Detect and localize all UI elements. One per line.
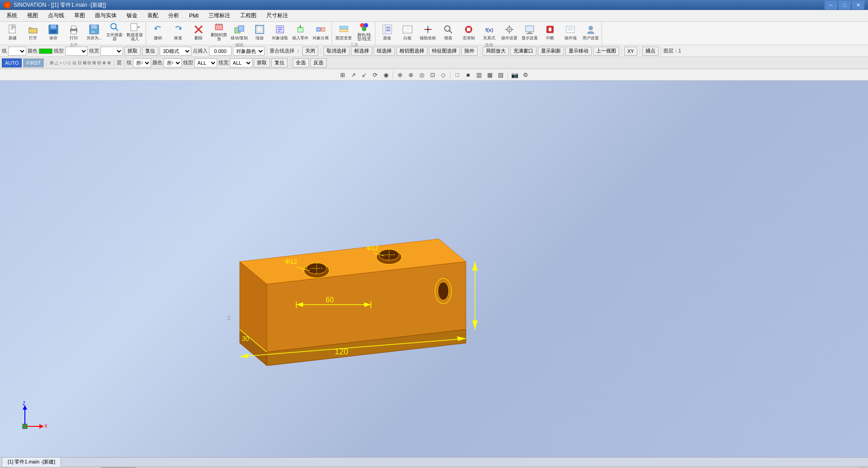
snap-grid-icon[interactable]: ⊕ xyxy=(395,70,405,80)
menu-face-solid[interactable]: 面与实体 xyxy=(90,11,121,21)
data-import-button[interactable]: 数据直接读入 xyxy=(125,22,145,42)
display-settings-button[interactable]: 显示设置 xyxy=(520,22,540,42)
related-select-btn[interactable]: 相切图选择 xyxy=(396,47,427,56)
print-button[interactable]: 打印 xyxy=(64,22,84,42)
fill-btn[interactable]: 充满窗口 xyxy=(510,47,536,56)
t3-color-select[interactable]: 所有 xyxy=(164,58,182,67)
snap-quad-icon[interactable]: ◇ xyxy=(438,70,448,80)
combined-select-btn[interactable]: 关闭 xyxy=(302,47,318,56)
color-linetype-button[interactable]: 颜色/线型/线宽 xyxy=(354,22,374,42)
maximize-button[interactable]: □ xyxy=(838,0,851,10)
group-select-btn[interactable]: 组选择 xyxy=(374,47,395,56)
camera-icon[interactable]: 📷 xyxy=(510,70,520,80)
show-move-btn[interactable]: 显示移动 xyxy=(565,47,592,56)
view-iso3-icon[interactable]: ▨ xyxy=(496,70,506,80)
prev-view-btn[interactable]: 上一视图 xyxy=(593,47,619,56)
menu-points-lines[interactable]: 点与线 xyxy=(43,11,69,21)
print-icon xyxy=(67,23,80,36)
menu-sheetmetal[interactable]: 钣金 xyxy=(122,11,142,21)
close-button[interactable]: ✕ xyxy=(852,0,864,10)
view-shade-icon[interactable]: ◉ xyxy=(381,70,391,80)
feature-select-btn[interactable]: 特征图选择 xyxy=(429,47,460,56)
layer-change-button[interactable]: 图层变更 xyxy=(334,22,354,42)
view-link-icon[interactable]: ⊞ xyxy=(337,70,347,80)
t3-group-select[interactable]: 所有 xyxy=(133,58,151,67)
obj-read-button[interactable]: 对象读取 xyxy=(270,22,290,42)
line-width-select[interactable] xyxy=(100,47,123,56)
snap-input[interactable] xyxy=(209,47,232,56)
hscrollbar[interactable]: ◄ ► xyxy=(0,466,868,468)
delete-shape-button[interactable]: 删除时图形 xyxy=(209,22,229,42)
delete-button[interactable]: 删除 xyxy=(189,22,209,42)
mode-select[interactable]: 3D模式 xyxy=(160,47,191,56)
object-color-select[interactable]: 对象颜色 xyxy=(233,47,265,56)
menu-sketch[interactable]: 草图 xyxy=(70,11,90,21)
cancel-select-btn[interactable]: 取消选择 xyxy=(323,47,350,56)
open-button[interactable]: 打开 xyxy=(23,22,43,42)
scale-button[interactable]: 缩放 xyxy=(250,22,270,42)
view-orbit-icon[interactable]: ⟳ xyxy=(370,70,380,80)
snap-mid2-icon[interactable]: ⊕ xyxy=(406,70,416,80)
t3-select-all-btn[interactable]: 全选 xyxy=(293,58,309,67)
view-shade2-icon[interactable]: ■ xyxy=(463,70,473,80)
tab-main[interactable]: [1] 零件1.main -[新建] xyxy=(2,457,61,467)
menu-3d-annotation[interactable]: 三维标注 xyxy=(204,11,235,21)
reset-button[interactable]: 复位 xyxy=(142,47,158,56)
view-back-icon[interactable]: ↙ xyxy=(359,70,369,80)
user-settings-button[interactable]: 用户设置 xyxy=(581,22,601,42)
view-xy-btn[interactable]: XY xyxy=(624,47,637,56)
nearby-btn[interactable]: 局部放大 xyxy=(483,47,509,56)
file-search-button[interactable]: 文件搜索器 xyxy=(104,22,124,42)
snap-ctr-icon[interactable]: ◎ xyxy=(417,70,427,80)
display-extra-icon[interactable]: ⚙ xyxy=(521,70,531,80)
refresh-btn[interactable]: 显示刷新 xyxy=(538,47,564,56)
view-edge-icon[interactable]: ▦ xyxy=(485,70,495,80)
menu-view[interactable]: 视图 xyxy=(23,11,43,21)
pick-button[interactable]: 抓取 xyxy=(124,47,141,56)
obj-separate-button[interactable]: 对象分离 xyxy=(311,22,331,42)
minimize-button[interactable]: ─ xyxy=(825,0,837,10)
panel-button[interactable]: 面板 xyxy=(377,22,397,42)
t3-deselect-btn[interactable]: 反选 xyxy=(310,58,327,67)
auto-btn[interactable]: AUTO xyxy=(2,58,22,67)
color-indicator[interactable] xyxy=(39,48,52,54)
snap-end2-icon[interactable]: ⊡ xyxy=(427,70,437,80)
redo-button[interactable]: 恢复 xyxy=(168,22,188,42)
view-hidden-icon[interactable]: ▥ xyxy=(474,70,484,80)
view-wire-icon[interactable]: □ xyxy=(452,70,462,80)
op-items-button[interactable]: 操作项 xyxy=(560,22,580,42)
menu-drawing[interactable]: 工程图 xyxy=(236,11,261,21)
save-button[interactable]: 保存 xyxy=(43,22,63,42)
t3-pick-btn[interactable]: 抓取 xyxy=(254,58,270,67)
search-button[interactable]: 搜索 xyxy=(438,22,458,42)
menu-dim-annotation[interactable]: 尺寸标注 xyxy=(262,11,293,21)
aux-coord-button[interactable]: 辅助坐标 xyxy=(418,22,438,42)
menu-analysis[interactable]: 分析 xyxy=(164,11,184,21)
new-button[interactable]: 新建 xyxy=(3,22,23,42)
line-style-select[interactable] xyxy=(65,47,88,56)
t3-linetype-select[interactable]: ALL xyxy=(194,58,217,67)
line-type-select[interactable] xyxy=(8,47,26,56)
interrupt-button[interactable]: 中断 xyxy=(540,22,560,42)
move-copy-button[interactable]: 移动/复制 xyxy=(229,22,249,42)
op-settings-button[interactable]: 操作设置 xyxy=(499,22,519,42)
menu-system[interactable]: 系统 xyxy=(2,11,22,21)
first-btn[interactable]: FIRST xyxy=(23,58,44,67)
undo-button[interactable]: 撤销 xyxy=(148,22,168,42)
insert-part-button[interactable]: 插入零件 xyxy=(290,22,310,42)
tab-bar: [1] 零件1.main -[新建] xyxy=(0,457,868,466)
menu-assembly[interactable]: 装配 xyxy=(143,11,163,21)
view-front-icon[interactable]: ↗ xyxy=(348,70,358,80)
t3-reset-btn[interactable]: 复位 xyxy=(271,58,288,67)
t3-linewidth-select[interactable]: ALL xyxy=(230,58,252,67)
menu-pmi[interactable]: PMI xyxy=(185,11,203,21)
exclude-btn[interactable]: 除外 xyxy=(461,47,478,56)
frame-select-btn[interactable]: 框选择 xyxy=(351,47,372,56)
titlebar-controls[interactable]: ─ □ ✕ xyxy=(825,0,864,10)
whiteboard-button[interactable]: 白板 xyxy=(398,22,417,42)
save-as-button[interactable]: As 另存为... xyxy=(84,22,104,42)
macro-record-button[interactable]: 宏录制 xyxy=(459,22,479,42)
snap-point-btn[interactable]: 捕点 xyxy=(642,47,659,56)
relation-button[interactable]: f(x) 关系式 xyxy=(479,22,499,42)
op-items-icon xyxy=(564,23,577,36)
